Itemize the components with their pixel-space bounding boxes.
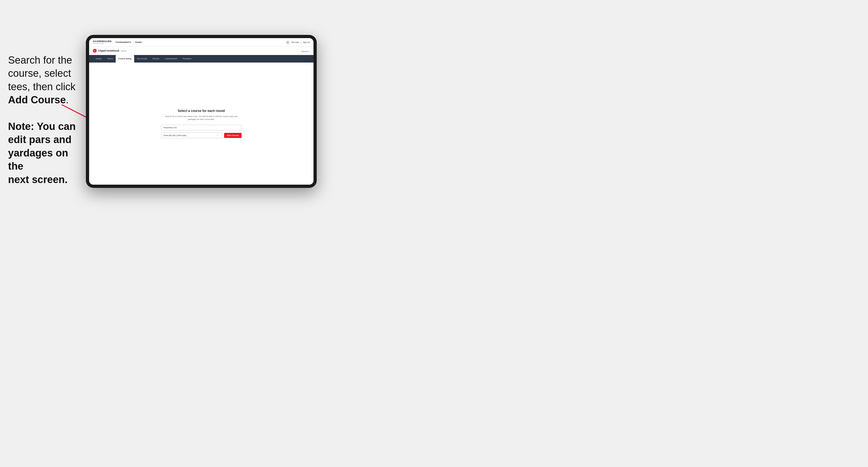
nav-teams[interactable]: TEAMS bbox=[135, 41, 142, 43]
nav-links: TOURNAMENTS TEAMS bbox=[116, 41, 142, 43]
cancel-button[interactable]: Cancel × bbox=[301, 48, 310, 53]
tab-tee-groups[interactable]: Tee Groups bbox=[134, 55, 150, 63]
section-title: Select a course for each round bbox=[161, 109, 242, 113]
tournament-name: Clippd Invitational bbox=[98, 50, 119, 52]
user-avatar: T bbox=[286, 40, 289, 44]
nav-tournaments[interactable]: TOURNAMENTS bbox=[116, 41, 131, 43]
logo-area: SCOREBOARD Powered by clippd TOURNAMENTS… bbox=[93, 40, 142, 44]
user-area: T Test User | Sign out bbox=[286, 40, 310, 44]
clear-icon[interactable]: × bbox=[217, 134, 218, 136]
main-content: Select a course for each round Search fo… bbox=[89, 63, 313, 185]
user-label: Test User bbox=[291, 41, 299, 43]
tab-teams[interactable]: Teams bbox=[104, 55, 116, 63]
tee-select-controls: × ⌄ bbox=[217, 134, 220, 136]
chevron-down-icon[interactable]: ⌄ bbox=[218, 134, 220, 136]
clippd-logo: C bbox=[93, 49, 97, 53]
signout-link[interactable]: Sign out bbox=[303, 41, 310, 43]
annotation-line2: course, select bbox=[8, 68, 71, 79]
tab-details[interactable]: Details bbox=[93, 55, 104, 63]
annotation-line3: tees, then click bbox=[8, 81, 75, 92]
tee-select[interactable]: Gold (M) (M) (7010 yds) × ⌄ bbox=[161, 132, 222, 138]
tee-select-row: Gold (M) (M) (7010 yds) × ⌄ Add Course bbox=[161, 132, 242, 138]
course-section: Select a course for each round Search fo… bbox=[161, 109, 242, 138]
tab-leaderboards[interactable]: Leaderboards bbox=[162, 55, 180, 63]
annotation-line1: Search for the bbox=[8, 55, 72, 66]
course-search-input[interactable] bbox=[161, 125, 242, 130]
tab-nav: Details Teams Course Setup Tee Groups Re… bbox=[89, 55, 313, 63]
annotation-period: . bbox=[66, 94, 69, 105]
tournament-header: C Clippd Invitational (Men) Cancel × bbox=[89, 47, 313, 55]
logo: SCOREBOARD Powered by clippd bbox=[93, 40, 112, 44]
annotation-note: Note: You can edit pars and yardages on … bbox=[8, 121, 76, 185]
tab-results[interactable]: Results bbox=[150, 55, 162, 63]
top-nav: SCOREBOARD Powered by clippd TOURNAMENTS… bbox=[89, 38, 313, 47]
tablet-device: SCOREBOARD Powered by clippd TOURNAMENTS… bbox=[86, 35, 317, 188]
add-course-button[interactable]: Add Course bbox=[224, 133, 242, 138]
tournament-gender: (Men) bbox=[121, 50, 126, 52]
tablet-screen: SCOREBOARD Powered by clippd TOURNAMENTS… bbox=[89, 38, 313, 185]
tab-printables[interactable]: Printables bbox=[180, 55, 194, 63]
annotation-text: Search for the course, select tees, then… bbox=[8, 54, 83, 186]
section-desc: Search for a course and select a tee. Yo… bbox=[161, 115, 242, 121]
annotation-bold: Add Course bbox=[8, 94, 66, 105]
separator: | bbox=[301, 41, 301, 43]
tournament-title-area: C Clippd Invitational (Men) bbox=[93, 49, 126, 53]
tee-select-value: Gold (M) (M) (7010 yds) bbox=[163, 134, 186, 136]
tab-course-setup[interactable]: Course Setup bbox=[116, 55, 134, 63]
